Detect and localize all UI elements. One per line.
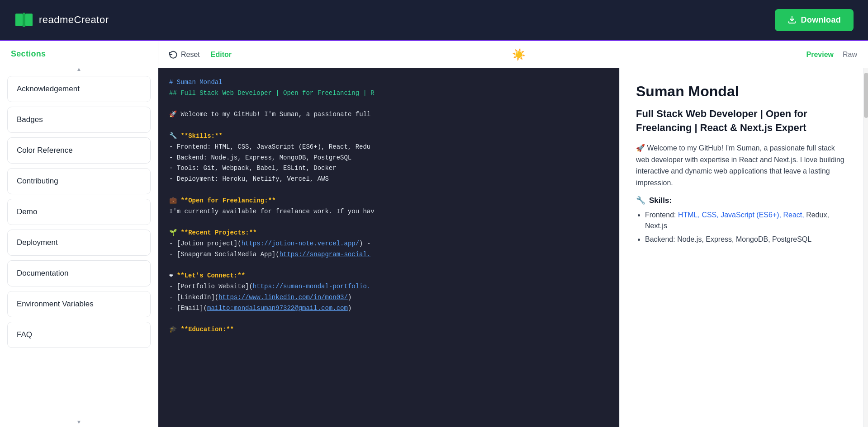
panels: # Suman Mondal ## Full Stack Web Develop… [158, 68, 868, 427]
editor-panel[interactable]: # Suman Mondal ## Full Stack Web Develop… [158, 68, 619, 427]
sidebar-item-environment-variables[interactable]: Environment Variables [7, 291, 151, 317]
preview-scrollbar[interactable] [863, 68, 868, 427]
download-button[interactable]: Download [775, 9, 854, 31]
sidebar-item-contributing[interactable]: Contributing [7, 168, 151, 194]
frontend-link[interactable]: HTML, CSS, JavaScript (ES6+), React, [678, 211, 804, 219]
sections-title: Sections [11, 49, 46, 58]
svg-rect-0 [15, 14, 23, 26]
main-layout: Sections ▲ Acknowledgement Badges Color … [0, 41, 868, 427]
sun-icon: ☀️ [512, 48, 526, 61]
intro-text: Welcome to my GitHub! I'm Suman, a passi… [636, 144, 844, 187]
skill-item-backend: Backend: Node.js, Express, MongoDB, Post… [645, 234, 847, 245]
sidebar-item-faq[interactable]: FAQ [7, 322, 151, 348]
sidebar-item-demo[interactable]: Demo [7, 199, 151, 225]
header: readmeCreator Download [0, 0, 868, 41]
preview-tab[interactable]: Preview [806, 51, 842, 59]
download-icon [787, 15, 797, 24]
skills-label: Skills: [649, 196, 672, 205]
preview-h1: Suman Mondal [636, 83, 847, 100]
skills-emoji: 🔧 [636, 196, 645, 205]
logo-icon [14, 12, 33, 28]
preview-intro: 🚀 Welcome to my GitHub! I'm Suman, a pas… [636, 142, 847, 188]
sidebar-item-documentation[interactable]: Documentation [7, 260, 151, 286]
scroll-indicator-down: ▼ [0, 417, 158, 427]
reset-button[interactable]: Reset [169, 51, 200, 59]
raw-tab[interactable]: Raw [843, 51, 857, 59]
preview-scrollbar-thumb [864, 73, 868, 118]
sidebar-item-color-reference[interactable]: Color Reference [7, 137, 151, 164]
preview-panel[interactable]: Suman Mondal Full Stack Web Developer | … [619, 68, 863, 427]
toolbar-left: Reset Editor [169, 51, 232, 59]
sidebar-header: Sections [0, 41, 158, 64]
intro-emoji: 🚀 [636, 144, 645, 152]
preview-skills-list: Frontend: HTML, CSS, JavaScript (ES6+), … [645, 210, 847, 245]
skill-item-frontend: Frontend: HTML, CSS, JavaScript (ES6+), … [645, 210, 847, 231]
logo-area: readmeCreator [14, 12, 109, 28]
sidebar-item-deployment[interactable]: Deployment [7, 230, 151, 256]
logo-text: readmeCreator [39, 14, 109, 26]
editor-tab[interactable]: Editor [211, 51, 232, 59]
toolbar: Reset Editor ☀️ Preview Raw [158, 41, 868, 68]
scroll-indicator-up: ▲ [0, 64, 158, 74]
sidebar-item-badges[interactable]: Badges [7, 107, 151, 133]
sidebar-item-acknowledgement[interactable]: Acknowledgement [7, 76, 151, 102]
sidebar: Sections ▲ Acknowledgement Badges Color … [0, 41, 158, 427]
toolbar-right: Preview Raw [806, 51, 857, 59]
sidebar-list: Acknowledgement Badges Color Reference C… [0, 74, 158, 417]
reset-icon [169, 51, 177, 59]
svg-rect-2 [23, 13, 25, 27]
content-area: Reset Editor ☀️ Preview Raw # Suman Mond… [158, 41, 868, 427]
preview-h2: Full Stack Web Developer | Open for Free… [636, 107, 847, 135]
toolbar-center: ☀️ [512, 48, 526, 61]
svg-rect-1 [25, 14, 33, 26]
preview-skills-heading: 🔧 Skills: [636, 196, 847, 205]
